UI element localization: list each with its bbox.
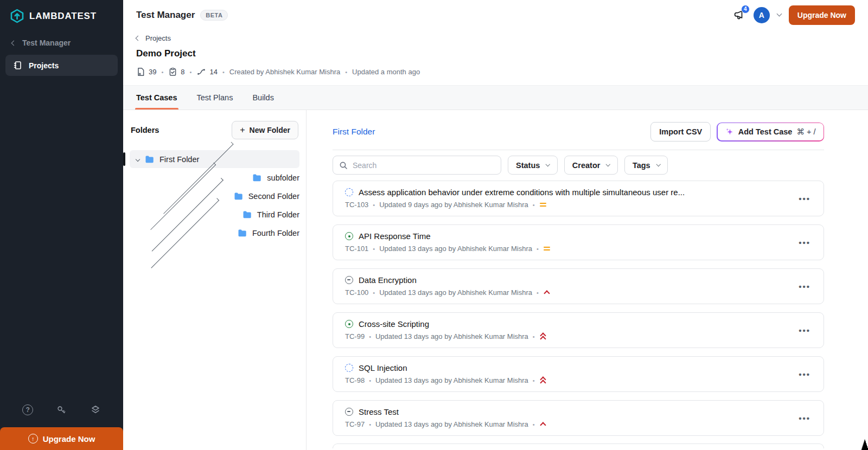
project-name: Demo Project	[136, 48, 855, 59]
test-case-title-row: Stress Test	[345, 407, 812, 416]
card-more-menu[interactable]: •••	[799, 326, 810, 335]
tab[interactable]: Test Plans	[197, 86, 233, 110]
import-csv-button[interactable]: Import CSV	[650, 122, 711, 142]
test-case-meta: TC-97 • Updated 13 days ago by Abhishek …	[345, 420, 812, 428]
app-root: LAMBDATEST Test Manager Projects ?	[0, 0, 868, 450]
notification-count-badge: 4	[741, 5, 750, 14]
test-case-list: Assess application behavior under extrem…	[333, 181, 824, 436]
test-case-updated: Updated 13 days ago by Abhishek Kumar Mi…	[379, 288, 532, 297]
current-folder-link[interactable]: First Folder	[333, 127, 375, 137]
tab-strip: Test Cases Test Plans Builds	[123, 85, 868, 110]
chevron-left-icon	[136, 36, 141, 41]
test-case-id: TC-100	[345, 288, 368, 297]
new-folder-label: New Folder	[250, 126, 290, 134]
new-folder-button[interactable]: + New Folder	[232, 121, 298, 139]
brand-logo[interactable]: LAMBDATEST	[0, 0, 123, 31]
folder-tree-item[interactable]: Fourth Folder	[130, 224, 299, 242]
search-box[interactable]	[333, 156, 501, 175]
test-case-updated: Updated 9 days ago by Abhishek Kumar Mis…	[379, 201, 528, 209]
top-bar: Test Manager BETA 4 A Upgrade Now	[123, 0, 868, 30]
chevron-down-icon	[656, 162, 661, 166]
sidebar-upgrade-button[interactable]: ↑ Upgrade Now	[0, 427, 123, 450]
add-test-case-inner[interactable]: Add Test Case ⌘ + /	[718, 123, 824, 140]
sidebar-item-projects[interactable]: Projects	[5, 55, 118, 76]
card-more-menu[interactable]: •••	[799, 282, 810, 291]
search-input[interactable]	[353, 161, 495, 170]
test-case-title: Data Encryption	[359, 275, 417, 285]
filter-buttons: Status Creator Tags	[508, 156, 668, 175]
test-case-title-row: Data Encryption	[345, 275, 812, 285]
test-case-card[interactable]: Stress Test TC-97 • Updated 13 days ago …	[333, 400, 824, 436]
test-runs-icon	[196, 67, 206, 76]
sparkles-icon	[725, 127, 734, 136]
folder-tree: First Folder subfolder	[130, 150, 299, 242]
test-case-title-row: Cross-site Scripting	[345, 319, 812, 329]
tab[interactable]: Test Cases	[136, 86, 177, 110]
upgrade-now-button[interactable]: Upgrade Now	[789, 5, 855, 25]
key-icon[interactable]	[56, 404, 67, 415]
test-case-card[interactable]: Assess application behavior under extrem…	[333, 181, 824, 216]
updated-text: Updated a month ago	[352, 68, 420, 76]
dot-separator: •	[533, 333, 535, 340]
selection-indicator	[123, 152, 125, 166]
dot-separator: •	[161, 69, 163, 75]
test-case-id: TC-99	[345, 332, 365, 340]
dot-separator: •	[533, 202, 535, 208]
tab[interactable]: Builds	[252, 86, 274, 110]
help-icon[interactable]: ?	[22, 404, 33, 415]
folder-name: Second Folder	[248, 192, 299, 201]
test-runs-stat: 14	[196, 67, 217, 76]
folder-tree-item[interactable]: Third Folder	[130, 205, 299, 223]
filter-label: Status	[516, 161, 540, 170]
test-case-title: SQL Injection	[359, 363, 407, 372]
beta-badge: BETA	[200, 10, 228, 21]
avatar[interactable]: A	[754, 7, 770, 23]
folder-name: Third Folder	[257, 210, 299, 219]
card-more-menu[interactable]: •••	[799, 414, 810, 423]
chevron-down-icon	[606, 162, 610, 166]
add-test-case-button[interactable]: Add Test Case ⌘ + /	[717, 123, 824, 142]
tree-chevron-icon[interactable]	[136, 157, 140, 161]
status-icon	[345, 232, 353, 240]
test-case-card[interactable]: SQL Injection TC-98 • Updated 13 days ag…	[333, 356, 824, 392]
card-more-menu[interactable]: •••	[799, 194, 810, 203]
priority-icon	[539, 421, 547, 428]
test-case-card[interactable]: Cross-site Scripting TC-99 • Updated 13 …	[333, 312, 824, 348]
dot-separator: •	[369, 333, 371, 340]
arrow-up-circle-icon: ↑	[28, 434, 38, 443]
chevron-down-icon	[546, 162, 550, 166]
test-runs-count: 14	[209, 68, 217, 76]
folders-panel: Folders + New Folder	[123, 110, 307, 450]
breadcrumb[interactable]: Projects	[136, 34, 855, 42]
filter-dropdown[interactable]: Status	[508, 156, 558, 175]
test-cases-count: 39	[149, 68, 156, 76]
dot-separator: •	[222, 69, 225, 75]
filter-dropdown[interactable]: Creator	[564, 156, 618, 175]
chevron-down-icon[interactable]	[776, 11, 782, 17]
dot-separator: •	[537, 246, 539, 252]
divider	[333, 150, 824, 150]
filter-label: Tags	[633, 161, 650, 170]
dot-separator: •	[537, 290, 539, 296]
sidebar-item-label: Projects	[29, 61, 59, 70]
test-cases-stat: 39	[136, 67, 156, 76]
priority-icon	[539, 201, 547, 209]
sidebar-back-label: Test Manager	[22, 38, 71, 47]
card-more-menu[interactable]: •••	[799, 238, 810, 247]
test-case-title: API Response Time	[359, 232, 431, 241]
sidebar: LAMBDATEST Test Manager Projects ?	[0, 0, 123, 450]
test-case-title-row: Assess application behavior under extrem…	[345, 188, 812, 197]
announcements-button[interactable]: 4	[733, 9, 746, 22]
test-case-card[interactable]: Data Encryption TC-100 • Updated 13 days…	[333, 268, 824, 304]
sidebar-back-test-manager[interactable]: Test Manager	[0, 31, 123, 53]
filter-dropdown[interactable]: Tags	[624, 156, 668, 175]
sidebar-footer: ? ↑ Upgrade Now	[0, 396, 123, 450]
folder-icon	[234, 192, 243, 200]
billing-layers-icon[interactable]	[90, 404, 101, 415]
test-cases-main: First Folder Import CSV	[307, 110, 868, 450]
shortcut-hint: ⌘ + /	[796, 127, 815, 136]
folder-name: subfolder	[267, 173, 299, 182]
test-case-card[interactable]: API Response Time TC-101 • Updated 13 da…	[333, 224, 824, 260]
folder-icon	[238, 229, 247, 237]
card-more-menu[interactable]: •••	[799, 370, 810, 379]
